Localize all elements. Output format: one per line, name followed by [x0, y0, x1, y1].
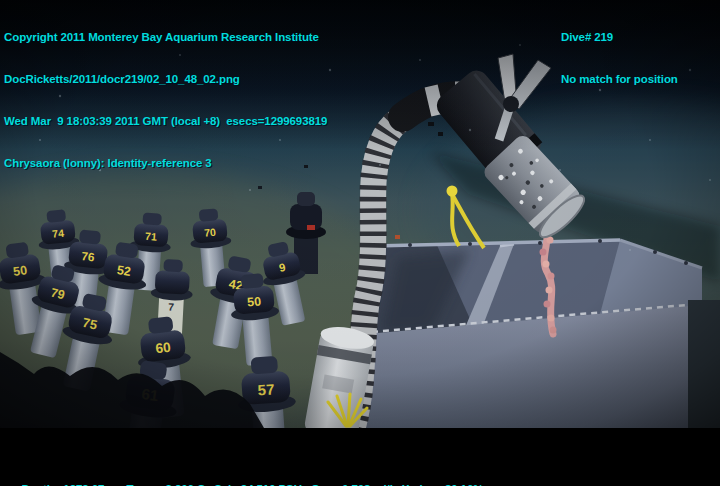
position-status: No match for position [561, 72, 678, 86]
video-frame: 74 71 70 [0, 0, 720, 486]
copyright-line: Copyright 2011 Monterey Bay Aquarium Res… [4, 30, 327, 44]
filepath-line: DocRicketts/2011/docr219/02_10_48_02.png [4, 72, 327, 86]
dive-number: Dive# 219 [561, 30, 678, 44]
overlay-top-left: Copyright 2011 Monterey Bay Aquarium Res… [4, 2, 327, 198]
overlay-top-right: Dive# 219 No match for position [561, 2, 678, 114]
timestamp-line: Wed Mar 9 18:03:39 2011 GMT (local +8) e… [4, 114, 327, 128]
sensor-readouts: Depth= 1272.67 mTemp= 3.206 CSal= 34.519… [3, 468, 492, 486]
bottom-letterbox: Depth= 1272.67 mTemp= 3.206 CSal= 34.519… [0, 428, 720, 486]
annotation-line: Chrysaora (lonny): Identity-reference 3 [4, 156, 327, 170]
